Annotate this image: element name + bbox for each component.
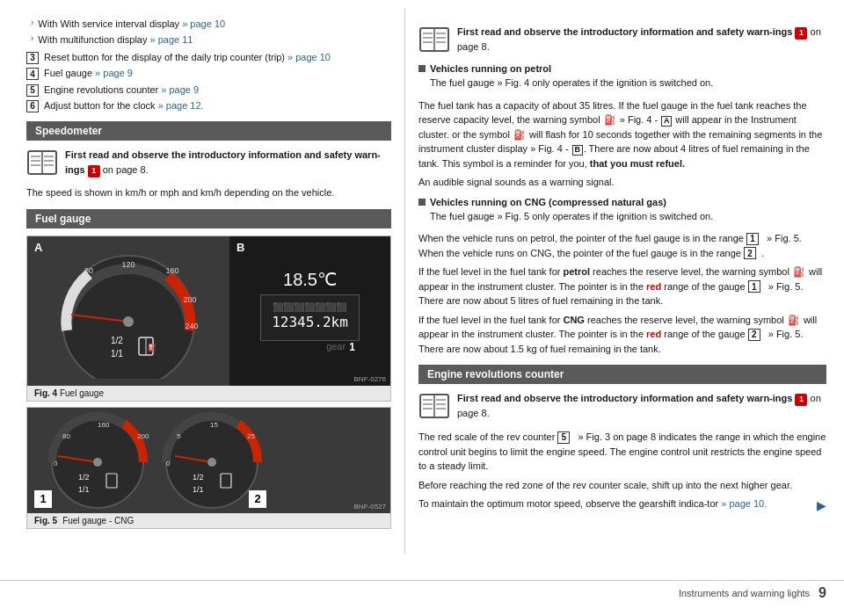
engine-info-text: First read and observe the introductory … bbox=[457, 391, 826, 420]
svg-point-17 bbox=[123, 316, 134, 327]
speedometer-info-box: First read and observe the introductory … bbox=[26, 148, 391, 179]
svg-text:160: 160 bbox=[165, 266, 178, 275]
cng-num-1: 1 bbox=[746, 233, 759, 245]
petrol-reserve-para: If the fuel level in the fuel tank for p… bbox=[418, 265, 826, 308]
gear-display: 1 bbox=[349, 341, 355, 353]
svg-text:1: 1 bbox=[40, 492, 46, 505]
book-icon-right bbox=[418, 25, 450, 56]
speedometer-header: Speedometer bbox=[26, 121, 391, 141]
svg-text:120: 120 bbox=[121, 260, 135, 269]
figure-4-inner: A 0 40 80 120 bbox=[27, 236, 390, 386]
figure-5-container: 0 80 160 200 1/2 1/1 0 5 15 25 bbox=[26, 407, 391, 529]
right-info-bold: First read and observe the introductory … bbox=[457, 26, 795, 37]
bullet-list: › With With service interval display » p… bbox=[26, 18, 391, 47]
numbered-list: 3 Reset button for the display of the da… bbox=[26, 51, 391, 113]
svg-text:40: 40 bbox=[64, 295, 73, 304]
book-icon-engine bbox=[418, 391, 450, 423]
svg-point-39 bbox=[207, 458, 216, 467]
svg-text:200: 200 bbox=[137, 432, 149, 440]
figure-4-container: A 0 40 80 120 bbox=[26, 236, 391, 402]
svg-text:80: 80 bbox=[62, 432, 70, 440]
warning-symbol-3: ⛽ bbox=[793, 265, 805, 279]
engine-info-badge: 1 bbox=[795, 394, 807, 406]
gear-indicator: gear 1 bbox=[260, 341, 360, 353]
figure-5-inner: 0 80 160 200 1/2 1/1 0 5 15 25 bbox=[27, 408, 390, 513]
right-info-badge: 1 bbox=[795, 27, 807, 40]
right-info-text: First read and observe the introductory … bbox=[457, 25, 826, 54]
cng-gauge-svg: 0 80 160 200 1/2 1/1 0 5 15 25 bbox=[27, 408, 273, 513]
num-text-6: Adjust button for the clock » page 12. bbox=[44, 99, 204, 112]
petrol-heading: Vehicles running on petrol bbox=[430, 63, 713, 74]
num-5: 5 bbox=[26, 84, 39, 97]
speedometer-info-suffix: on page 8. bbox=[100, 164, 149, 175]
speedometer-info-text: First read and observe the introductory … bbox=[65, 148, 391, 177]
num-text-5: Engine revolutions counter » page 9 bbox=[44, 83, 199, 97]
rev-counter-num: 5 bbox=[557, 431, 570, 444]
box-b: B bbox=[572, 145, 583, 156]
num-3: 3 bbox=[26, 52, 39, 64]
svg-text:25: 25 bbox=[247, 432, 255, 440]
svg-text:0: 0 bbox=[54, 460, 58, 467]
temp-display: 18.5℃ bbox=[260, 269, 360, 290]
svg-text:80: 80 bbox=[84, 266, 93, 275]
numbered-item-4: 4 Fuel gauge » page 9 bbox=[26, 67, 391, 80]
book-icon bbox=[26, 148, 58, 179]
svg-text:1/2: 1/2 bbox=[111, 336, 123, 345]
link-5[interactable]: » page 9 bbox=[161, 84, 199, 95]
display-panel: 18.5℃ ⬛⬛⬛⬛⬛⬛⬛ 12345.2km gear 1 bbox=[260, 269, 360, 353]
gauge-num-2: 2 bbox=[748, 329, 760, 341]
svg-text:0: 0 bbox=[166, 460, 171, 467]
gauge-right-panel: B 18.5℃ ⬛⬛⬛⬛⬛⬛⬛ 12345.2km gear 1 BNF-027… bbox=[229, 236, 390, 386]
svg-text:160: 160 bbox=[98, 421, 110, 429]
petrol-signal: An audible signal sounds as a warning si… bbox=[418, 175, 826, 190]
fuel-gauge-header: Fuel gauge bbox=[26, 209, 391, 228]
cng-reserve-para: If the fuel level in the fuel tank for C… bbox=[418, 313, 826, 357]
link-1[interactable]: » page 10 bbox=[182, 18, 225, 29]
fig4-caption: Fig. 4 Fuel gauge bbox=[27, 386, 390, 401]
bullet-item-2: › With multifunction display » page 11 bbox=[26, 33, 391, 47]
svg-text:1/2: 1/2 bbox=[193, 473, 204, 482]
link-3[interactable]: » page 10 bbox=[287, 52, 331, 62]
more-arrow: ▶ bbox=[817, 496, 826, 515]
page-footer: Instruments and warning lights 9 bbox=[0, 580, 844, 605]
footer-label: Instruments and warning lights bbox=[679, 588, 810, 598]
arrow-icon-2: › bbox=[31, 33, 33, 43]
petrol-section: Vehicles running on petrol The fuel gaug… bbox=[418, 63, 826, 95]
num-text-3: Reset button for the display of the dail… bbox=[44, 51, 331, 64]
num-text-4: Fuel gauge » page 9 bbox=[44, 67, 133, 80]
engine-info-box: First read and observe the introductory … bbox=[418, 391, 826, 423]
gauge-svg-4a: 0 40 80 120 160 200 240 1/2 1/1 bbox=[40, 243, 216, 379]
speed-note: The speed is shown in km/h or mph and km… bbox=[26, 186, 391, 199]
num-4: 4 bbox=[26, 68, 39, 80]
link-2[interactable]: » page 11 bbox=[150, 34, 193, 45]
svg-text:5: 5 bbox=[177, 432, 181, 440]
svg-text:15: 15 bbox=[210, 421, 218, 429]
svg-text:⛽: ⛽ bbox=[148, 343, 156, 351]
red-text-2: red bbox=[646, 329, 661, 339]
cng-section: Vehicles running on CNG (compressed natu… bbox=[418, 197, 826, 228]
right-column: First read and observe the introductory … bbox=[404, 9, 844, 554]
cng-heading: Vehicles running on CNG (compressed natu… bbox=[430, 197, 713, 207]
warning-symbol-1: ⛽ bbox=[604, 112, 616, 127]
engine-para1: The red scale of the rev counter 5 » Fig… bbox=[418, 430, 826, 474]
svg-point-29 bbox=[93, 458, 102, 467]
red-text-1: red bbox=[646, 281, 661, 292]
svg-text:0: 0 bbox=[62, 322, 67, 330]
link-4[interactable]: » page 9 bbox=[95, 68, 133, 78]
warning-symbol-4: ⛽ bbox=[788, 313, 800, 328]
page-link-10[interactable]: » page 10. bbox=[721, 498, 767, 509]
svg-text:1/1: 1/1 bbox=[193, 485, 204, 494]
bullet-text-1: With With service interval display » pag… bbox=[38, 18, 225, 31]
info-badge-1: 1 bbox=[88, 165, 100, 178]
bullet-text-2: With multifunction display » page 11 bbox=[38, 33, 193, 47]
box-a: A bbox=[661, 116, 672, 127]
warning-symbol-2: ⛽ bbox=[513, 127, 526, 142]
svg-text:1/1: 1/1 bbox=[78, 485, 90, 494]
link-6[interactable]: » page 12. bbox=[158, 100, 204, 111]
engine-section-header: Engine revolutions counter bbox=[418, 365, 826, 384]
engine-para2: Before reaching the red zone of the rev … bbox=[418, 478, 826, 493]
engine-para3: To maintain the optimum motor speed, obs… bbox=[418, 496, 826, 511]
svg-text:1/2: 1/2 bbox=[78, 473, 90, 482]
bullet-item-1: › With With service interval display » p… bbox=[26, 18, 391, 31]
numbered-item-5: 5 Engine revolutions counter » page 9 bbox=[26, 83, 391, 97]
